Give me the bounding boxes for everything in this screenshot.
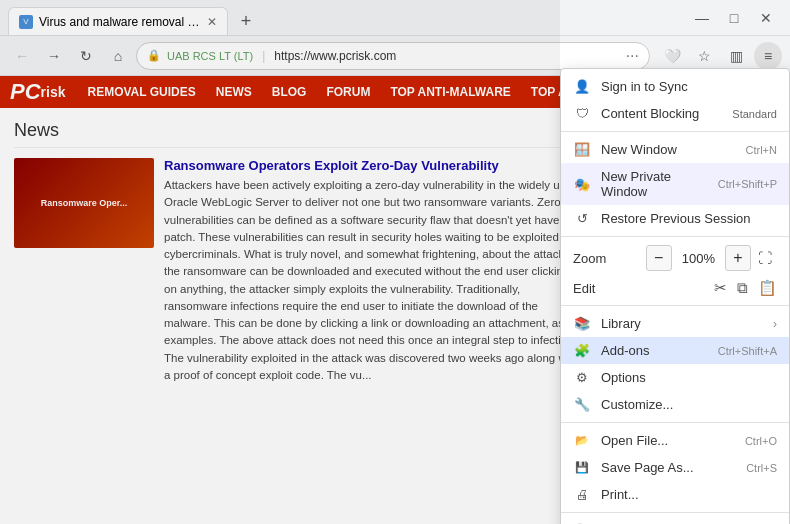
menu-divider-2 <box>561 236 789 237</box>
new-private-shortcut: Ctrl+Shift+P <box>718 178 777 190</box>
menu-zoom-row: Zoom − 100% + ⛶ <box>561 241 789 275</box>
paste-icon[interactable]: 📋 <box>758 279 777 297</box>
toolbar-right: 🤍 ☆ ▥ ≡ <box>658 42 782 70</box>
add-ons-shortcut: Ctrl+Shift+A <box>718 345 777 357</box>
menu-content-blocking[interactable]: 🛡 Content Blocking Standard <box>561 100 789 127</box>
open-file-label: Open File... <box>601 433 735 448</box>
context-menu: 👤 Sign in to Sync 🛡 Content Blocking Sta… <box>560 68 790 524</box>
open-file-shortcut: Ctrl+O <box>745 435 777 447</box>
customize-label: Customize... <box>601 397 777 412</box>
zoom-controls: − 100% + <box>646 245 751 271</box>
customize-icon: 🔧 <box>573 397 591 412</box>
library-label: Library <box>601 316 759 331</box>
minimize-button[interactable]: — <box>686 0 718 36</box>
content-blocking-label: Content Blocking <box>601 106 722 121</box>
options-icon: ⚙ <box>573 370 591 385</box>
menu-icon[interactable]: ≡ <box>754 42 782 70</box>
menu-divider-1 <box>561 131 789 132</box>
menu-restore-session[interactable]: ↺ Restore Previous Session <box>561 205 789 232</box>
menu-divider-5 <box>561 512 789 513</box>
save-page-icon: 💾 <box>573 461 591 474</box>
menu-divider-3 <box>561 305 789 306</box>
menu-library[interactable]: 📚 Library › <box>561 310 789 337</box>
address-bar-menu-dots[interactable]: ··· <box>626 47 639 65</box>
zoom-in-button[interactable]: + <box>725 245 751 271</box>
new-private-label: New Private Window <box>601 169 708 199</box>
maximize-button[interactable]: □ <box>718 0 750 36</box>
edit-icons: ✂ ⧉ 📋 <box>714 279 777 297</box>
close-button[interactable]: ✕ <box>750 0 782 36</box>
cut-icon[interactable]: ✂ <box>714 279 727 297</box>
menu-open-file[interactable]: 📂 Open File... Ctrl+O <box>561 427 789 454</box>
menu-new-private-window[interactable]: 🎭 New Private Window Ctrl+Shift+P <box>561 163 789 205</box>
menu-sign-in[interactable]: 👤 Sign in to Sync <box>561 73 789 100</box>
menu-customize[interactable]: 🔧 Customize... <box>561 391 789 418</box>
library-arrow: › <box>773 317 777 331</box>
menu-add-ons[interactable]: 🧩 Add-ons Ctrl+Shift+A <box>561 337 789 364</box>
restore-label: Restore Previous Session <box>601 211 777 226</box>
zoom-out-button[interactable]: − <box>646 245 672 271</box>
menu-print[interactable]: 🖨 Print... <box>561 481 789 508</box>
zoom-value: 100% <box>676 251 721 266</box>
copy-icon[interactable]: ⧉ <box>737 279 748 297</box>
menu-backdrop <box>0 0 560 524</box>
print-icon: 🖨 <box>573 487 591 502</box>
sidebar-icon[interactable]: ▥ <box>722 42 750 70</box>
zoom-expand-button[interactable]: ⛶ <box>753 246 777 270</box>
content-blocking-icon: 🛡 <box>573 106 591 121</box>
new-window-label: New Window <box>601 142 736 157</box>
menu-find[interactable]: 🔍 Find in This Page... Ctrl+F <box>561 517 789 524</box>
menu-save-page[interactable]: 💾 Save Page As... Ctrl+S <box>561 454 789 481</box>
bookmark-icon[interactable]: ☆ <box>690 42 718 70</box>
heart-icon[interactable]: 🤍 <box>658 42 686 70</box>
content-blocking-badge: Standard <box>732 108 777 120</box>
window-controls: — □ ✕ <box>686 0 782 36</box>
menu-options[interactable]: ⚙ Options <box>561 364 789 391</box>
print-label: Print... <box>601 487 777 502</box>
new-window-shortcut: Ctrl+N <box>746 144 777 156</box>
menu-edit-row: Edit ✂ ⧉ 📋 <box>561 275 789 301</box>
menu-divider-4 <box>561 422 789 423</box>
new-private-icon: 🎭 <box>573 177 591 192</box>
add-ons-icon: 🧩 <box>573 343 591 358</box>
sign-in-label: Sign in to Sync <box>601 79 777 94</box>
library-icon: 📚 <box>573 316 591 331</box>
save-page-shortcut: Ctrl+S <box>746 462 777 474</box>
add-ons-label: Add-ons <box>601 343 708 358</box>
sign-in-icon: 👤 <box>573 79 591 94</box>
open-file-icon: 📂 <box>573 434 591 447</box>
zoom-label: Zoom <box>573 251 646 266</box>
restore-icon: ↺ <box>573 211 591 226</box>
save-page-label: Save Page As... <box>601 460 736 475</box>
options-label: Options <box>601 370 777 385</box>
menu-new-window[interactable]: 🪟 New Window Ctrl+N <box>561 136 789 163</box>
new-window-icon: 🪟 <box>573 142 591 157</box>
edit-label: Edit <box>573 281 714 296</box>
